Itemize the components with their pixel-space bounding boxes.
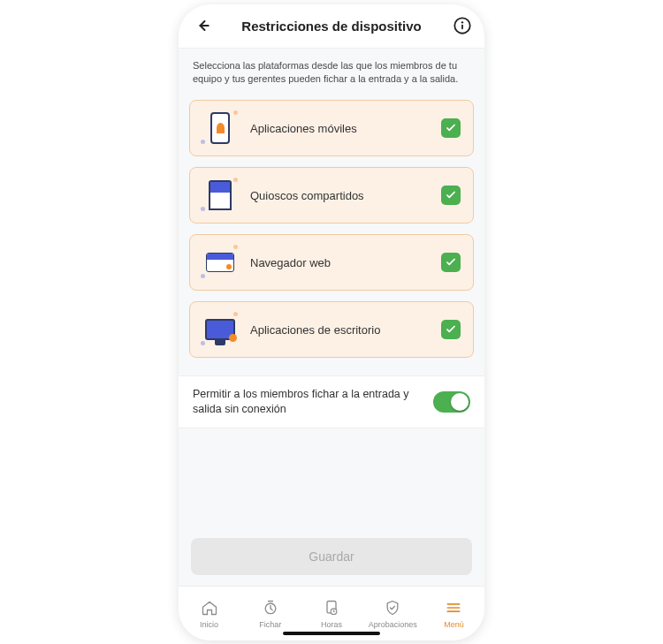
home-icon (200, 598, 219, 617)
offline-toggle-label: Permitir a los miembros fichar a la entr… (193, 387, 424, 417)
option-label: Navegador web (250, 256, 441, 269)
svg-point-1 (461, 21, 463, 23)
home-indicator (283, 632, 380, 635)
hours-icon (322, 598, 341, 617)
svg-rect-2 (461, 25, 463, 30)
check-icon (445, 256, 457, 269)
info-button[interactable] (453, 16, 472, 35)
checkbox-checked[interactable] (441, 118, 461, 138)
kiosk-icon (202, 178, 238, 213)
option-web-browser[interactable]: Navegador web (189, 234, 474, 291)
content: Selecciona las plataformas desde las que… (179, 49, 484, 586)
nav-label: Horas (321, 620, 342, 629)
option-desktop-apps[interactable]: Aplicaciones de escritorio (189, 301, 474, 358)
option-shared-kiosks[interactable]: Quioscos compartidos (189, 167, 474, 224)
nav-label: Fichar (259, 620, 281, 629)
page-title: Restricciones de dispositivo (241, 19, 421, 34)
check-icon (445, 189, 457, 201)
desktop-app-icon (202, 312, 238, 347)
save-wrap: Guardar (179, 529, 484, 586)
nav-label: Menú (444, 620, 464, 629)
option-label: Aplicaciones móviles (250, 122, 441, 135)
option-mobile-apps[interactable]: Aplicaciones móviles (189, 100, 474, 156)
stage: Restricciones de dispositivo Selecciona … (0, 0, 663, 644)
phone-frame: Restricciones de dispositivo Selecciona … (179, 4, 484, 640)
offline-toggle-row: Permitir a los miembros fichar a la entr… (179, 375, 484, 428)
option-label: Quioscos compartidos (250, 189, 441, 202)
nav-home[interactable]: Inicio (179, 587, 240, 640)
header: Restricciones de dispositivo (179, 4, 484, 49)
approvals-icon (383, 598, 402, 617)
nav-menu[interactable]: Menú (423, 587, 484, 640)
web-browser-icon (202, 245, 238, 280)
save-button[interactable]: Guardar (191, 538, 472, 575)
back-button[interactable] (191, 14, 214, 37)
arrow-left-icon (194, 17, 211, 34)
option-label: Aplicaciones de escritorio (250, 323, 441, 337)
spacer (179, 428, 484, 528)
check-icon (445, 323, 457, 336)
offline-toggle-switch[interactable] (433, 391, 470, 413)
checkbox-checked[interactable] (441, 253, 461, 272)
clock-icon (261, 598, 280, 617)
checkbox-checked[interactable] (441, 320, 461, 339)
mobile-app-icon (202, 110, 238, 146)
check-icon (445, 122, 457, 134)
nav-label: Aprobaciones (369, 620, 417, 629)
info-icon (453, 16, 472, 35)
nav-label: Inicio (200, 620, 218, 629)
description-text: Selecciona las plataformas desde las que… (179, 49, 484, 95)
checkbox-checked[interactable] (441, 186, 461, 205)
menu-icon (444, 598, 463, 617)
